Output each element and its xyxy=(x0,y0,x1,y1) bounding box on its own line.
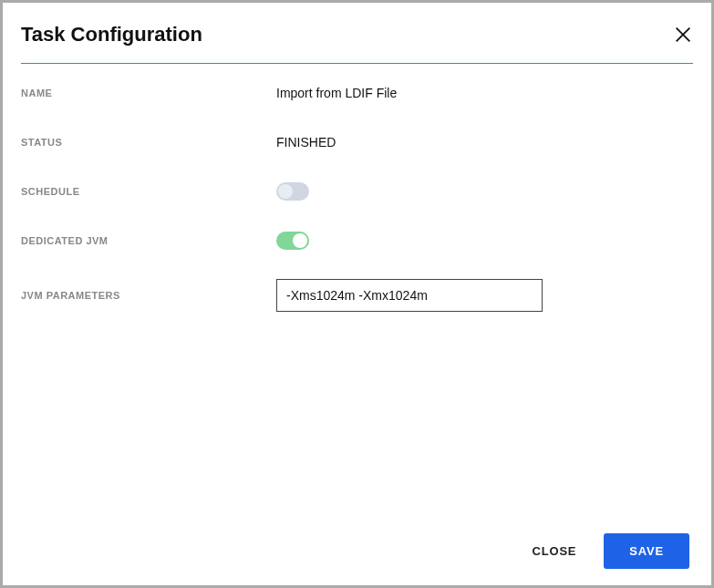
label-dedicated-jvm: DEDICATED JVM xyxy=(21,235,276,246)
toggle-dedicated-jvm[interactable] xyxy=(276,232,309,250)
label-name: NAME xyxy=(21,88,276,98)
toggle-schedule[interactable] xyxy=(276,182,309,201)
row-name: NAME Import from LDIF File xyxy=(21,82,693,104)
row-status: STATUS FINISHED xyxy=(21,131,693,153)
row-dedicated-jvm: DEDICATED JVM xyxy=(21,230,693,252)
jvm-parameters-input[interactable] xyxy=(276,279,543,312)
label-schedule: SCHEDULE xyxy=(21,186,276,197)
value-status: FINISHED xyxy=(276,135,336,150)
dialog-header: Task Configuration xyxy=(3,3,711,63)
toggle-knob xyxy=(293,233,307,248)
dialog-footer: CLOSE SAVE xyxy=(3,517,711,585)
label-status: STATUS xyxy=(21,137,276,148)
close-button[interactable]: CLOSE xyxy=(527,535,583,567)
save-button[interactable]: SAVE xyxy=(604,533,689,569)
label-jvm-parameters: JVM PARAMETERS xyxy=(21,290,276,301)
row-schedule: SCHEDULE xyxy=(21,181,693,202)
value-name: Import from LDIF File xyxy=(276,86,397,100)
dialog-title: Task Configuration xyxy=(21,23,202,46)
toggle-knob xyxy=(278,184,293,199)
task-config-dialog: Task Configuration NAME Import from LDIF… xyxy=(3,3,711,585)
dialog-content: NAME Import from LDIF File STATUS FINISH… xyxy=(3,64,711,517)
row-jvm-parameters: JVM PARAMETERS xyxy=(21,279,693,312)
close-icon[interactable] xyxy=(673,25,693,45)
